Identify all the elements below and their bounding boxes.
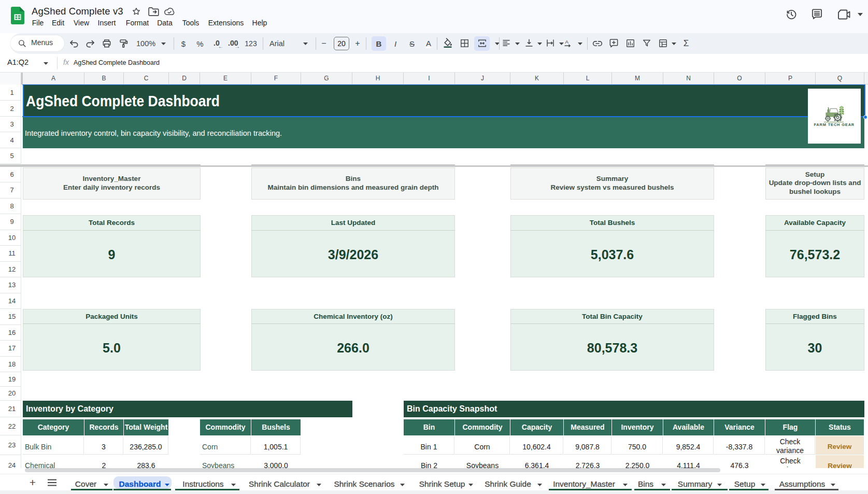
svg-text:A: A [565,39,568,45]
